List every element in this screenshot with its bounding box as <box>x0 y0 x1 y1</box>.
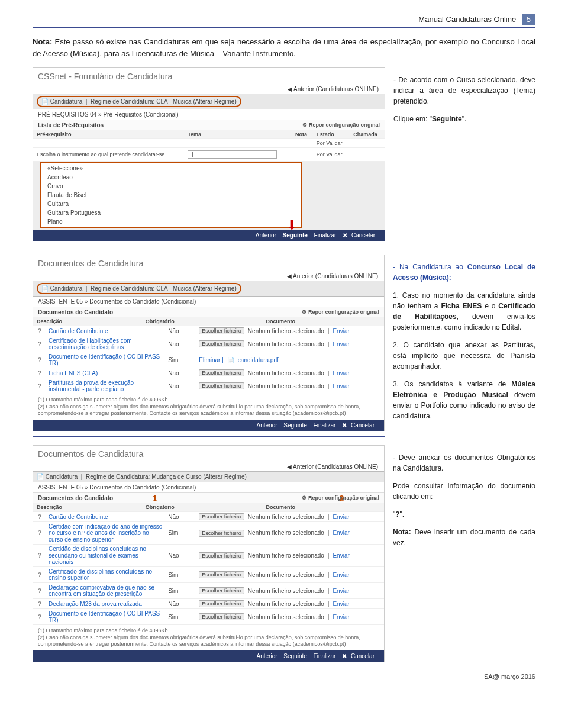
side3-l3: "?". <box>393 509 535 520</box>
side2-p1: 1. Caso no momento da candidatura ainda … <box>393 290 535 333</box>
arrow-down-icon: ⬇ <box>286 218 297 233</box>
list-item: ?Ficha ENES (CLA)NãoEscolher ficheiroNen… <box>33 368 384 378</box>
help-icon[interactable]: ? <box>38 601 45 607</box>
list-item: ?Certificado de disciplinas concluídas n… <box>33 567 384 583</box>
top-note: Nota: Este passo só existe nas Candidatu… <box>33 36 535 59</box>
help-icon[interactable]: ? <box>38 572 45 578</box>
anterior-button[interactable]: Anterior <box>256 232 276 239</box>
page-number: 5 <box>522 14 535 25</box>
help-icon[interactable]: ? <box>38 552 45 559</box>
help-icon[interactable]: ? <box>38 514 45 520</box>
shot1-title: CSSnet - Formulário de Candidatura <box>33 68 385 85</box>
list-item: ?Documento de Identificação ( CC BI PASS… <box>33 352 384 368</box>
list-item: ?Documento de Identificação ( CC BI PASS… <box>33 609 384 625</box>
list-item: ?Certificado de Habilitações com descrim… <box>33 336 384 352</box>
help-icon[interactable]: ? <box>38 614 45 620</box>
help-icon[interactable]: ? <box>38 530 45 536</box>
cancelar-button[interactable]: Cancelar <box>351 232 375 239</box>
side3-l2: Pode consultar informação do documento c… <box>393 481 535 502</box>
note-label: Nota: <box>33 37 52 46</box>
list-item: ?Declaração comprovativa de que não se e… <box>33 583 384 599</box>
list-item: ?Declaração M23 da prova realizadaNãoEsc… <box>33 599 384 609</box>
side3-l4: Nota: Deve inserir um documento de cada … <box>393 527 535 548</box>
tema-dropdown[interactable]: | <box>188 150 276 159</box>
note-text: Este passo só existe nas Candidaturas em… <box>33 37 535 58</box>
side1-line1: - De acordo com o Curso selecionado, dev… <box>393 75 535 107</box>
list-item: ?Cartão de ContribuinteNãoEscolher fiche… <box>33 326 384 336</box>
finalizar-button[interactable]: Finalizar <box>314 232 337 239</box>
side1-line2: Clique em: "Seguinte". <box>393 114 535 124</box>
shot1-prev[interactable]: Anterior (Candidaturas ONLINE) <box>293 86 379 92</box>
list-item: ?Certidão de disciplinas concluídas no s… <box>33 545 384 567</box>
page-footer: SA@ março 2016 <box>33 673 535 680</box>
help-icon[interactable]: ? <box>38 357 45 363</box>
list-item: ?Cartão de ContribuinteNãoEscolher fiche… <box>33 512 384 522</box>
help-icon[interactable]: ? <box>38 383 45 389</box>
shot3-title: Documentos de Candidatura <box>33 446 384 462</box>
dropdown-options: «Seleccione» Acordeão Cravo Flauta de Bi… <box>40 162 302 228</box>
shot2-title: Documentos de Candidatura <box>33 255 384 272</box>
screenshot-3: Documentos de Candidatura ◀ Anterior (Ca… <box>33 445 385 662</box>
screenshot-1: CSSnet - Formulário de Candidatura ◀ Ant… <box>33 67 385 241</box>
side3-l1: - Deve anexar os documentos Obrigatórios… <box>393 452 535 473</box>
header-title: Manual Candidaturas Online <box>418 15 516 24</box>
help-icon[interactable]: ? <box>38 588 45 594</box>
screenshot-2: Documentos de Candidatura ◀ Anterior (Ca… <box>33 255 385 431</box>
candidatura-highlight: 📄 Candidatura | Regime de Candidatura: C… <box>37 96 241 107</box>
list-item: ?Partituras da prova de execução instrum… <box>33 378 384 394</box>
help-icon[interactable]: ? <box>38 328 45 334</box>
help-icon[interactable]: ? <box>38 370 45 376</box>
callout-1: 1 <box>153 494 157 503</box>
list-item: ?Certidão com indicação do ano de ingres… <box>33 522 384 545</box>
separator-2 <box>33 436 385 437</box>
side2-p2: 2. O candidato que anexar as Partituras,… <box>393 340 535 372</box>
candidatura-highlight-2: 📄 Candidatura | Regime de Candidatura: C… <box>37 283 241 294</box>
help-icon[interactable]: ? <box>38 341 45 347</box>
side2-heading: - Na Candidatura ao Concurso Local de Ac… <box>393 262 535 283</box>
page-header: Manual Candidaturas Online 5 <box>33 15 535 24</box>
side2-p3: 3. Os candidatos à variante de Música El… <box>393 379 535 421</box>
separator <box>33 27 535 28</box>
callout-2: 2 <box>340 494 344 503</box>
breadcrumb: PRÉ-REQUISITOS 04 » Pré-Requisitos (Cond… <box>33 109 385 120</box>
